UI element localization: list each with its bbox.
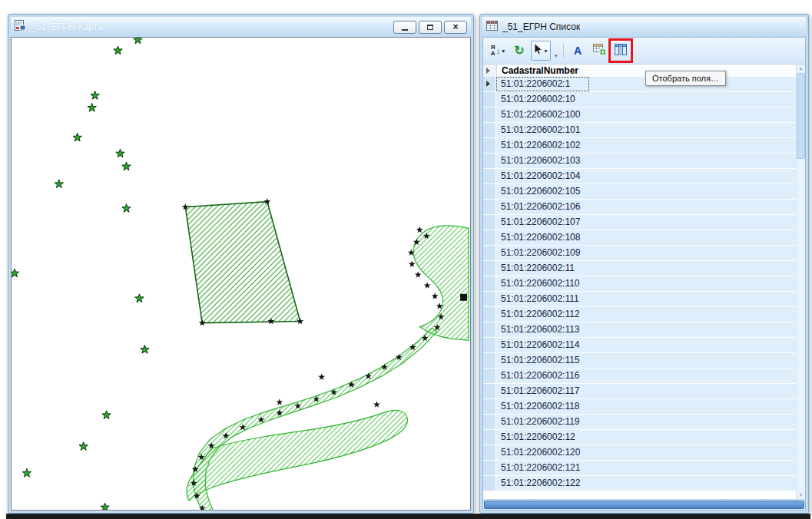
row-gutter[interactable]: [483, 92, 496, 107]
table-row[interactable]: 51:01:2206002:111: [483, 292, 805, 307]
select-all-gutter[interactable]: [483, 64, 497, 77]
column-header-cadastralnumber[interactable]: CadastralNumber: [497, 64, 578, 77]
scroll-up-icon[interactable]: ▲: [799, 64, 804, 72]
cadastral-number-cell[interactable]: 51:01:2206002:114: [496, 338, 589, 352]
table-row[interactable]: 51:01:2206002:105: [483, 184, 805, 200]
cadastral-number-cell[interactable]: 51:01:2206002:111: [496, 292, 589, 306]
table-row[interactable]: 51:01:2206002:118: [483, 399, 805, 415]
table-row[interactable]: 51:01:2206002:109: [483, 246, 805, 261]
cadastral-number-cell[interactable]: 51:01:2206002:116: [496, 369, 589, 383]
cadastral-number-cell[interactable]: 51:01:2206002:101: [496, 123, 589, 137]
cadastral-number-cell[interactable]: 51:01:2206002:10: [496, 92, 589, 107]
row-gutter[interactable]: [483, 123, 496, 137]
cadastral-number-cell[interactable]: 51:01:2206002:103: [496, 154, 589, 168]
table-row[interactable]: 51:01:2206002:115: [483, 353, 805, 369]
vscroll-thumb[interactable]: [797, 73, 805, 159]
cadastral-number-cell[interactable]: 51:01:2206002:1: [496, 77, 589, 91]
map-window-titlebar[interactable]: _51_ЕГРН Карта ×: [11, 17, 471, 37]
table-row[interactable]: 51:01:2206002:11: [483, 261, 805, 276]
table-row[interactable]: 51:01:2206002:12: [483, 430, 805, 445]
cadastral-number-cell[interactable]: 51:01:2206002:100: [496, 107, 589, 122]
row-gutter[interactable]: [483, 322, 496, 337]
table-row[interactable]: 51:01:2206002:100: [483, 107, 805, 123]
row-gutter[interactable]: [483, 445, 496, 460]
cadastral-number-cell[interactable]: 51:01:2206002:118: [496, 399, 589, 414]
row-gutter[interactable]: [483, 399, 496, 414]
table-row[interactable]: 51:01:2206002:108: [483, 230, 805, 246]
cadastral-number-cell[interactable]: 51:01:2206002:115: [496, 353, 589, 368]
row-gutter[interactable]: [483, 107, 496, 122]
table-row[interactable]: 51:01:2206002:120: [483, 445, 805, 461]
table-row[interactable]: 51:01:2206002:112: [483, 307, 805, 322]
row-gutter[interactable]: [483, 476, 496, 491]
table-row[interactable]: 51:01:2206002:103: [483, 154, 805, 169]
sort-filter-button[interactable]: Я A ↓ ▾: [488, 41, 508, 61]
row-gutter[interactable]: [483, 169, 496, 183]
cadastral-number-cell[interactable]: 51:01:2206002:122: [496, 476, 589, 491]
row-gutter[interactable]: [483, 276, 496, 291]
table-row[interactable]: 51:01:2206002:107: [483, 215, 805, 230]
select-fields-button[interactable]: [611, 41, 631, 61]
row-gutter[interactable]: [483, 384, 496, 398]
table-row[interactable]: 51:01:2206002:102: [483, 138, 805, 154]
table-row[interactable]: 51:01:2206002:110: [483, 276, 805, 292]
list-window-titlebar[interactable]: _51_ЕГРН Список: [482, 17, 806, 37]
font-button[interactable]: A: [568, 41, 588, 61]
cadastral-number-cell[interactable]: 51:01:2206002:113: [496, 322, 589, 337]
table-row[interactable]: 51:01:2206002:113: [483, 322, 805, 338]
row-gutter[interactable]: [483, 154, 496, 168]
row-gutter[interactable]: [483, 430, 496, 445]
table-row[interactable]: 51:01:2206002:104: [483, 169, 805, 184]
map-canvas[interactable]: [11, 37, 471, 511]
cadastral-number-cell[interactable]: 51:01:2206002:119: [496, 415, 589, 429]
table-row[interactable]: 51:01:2206002:119: [483, 415, 805, 430]
row-gutter[interactable]: [483, 292, 496, 306]
table-row[interactable]: 51:01:2206002:114: [483, 338, 805, 353]
table-row[interactable]: 51:01:2206002:121: [483, 461, 805, 476]
cadastral-number-cell[interactable]: 51:01:2206002:105: [496, 184, 589, 199]
cadastral-number-cell[interactable]: 51:01:2206002:120: [496, 445, 589, 460]
cadastral-number-cell[interactable]: 51:01:2206002:108: [496, 230, 589, 245]
vertical-scrollbar[interactable]: ▲ ▼: [796, 64, 805, 499]
row-gutter[interactable]: [483, 246, 496, 260]
row-gutter[interactable]: [483, 215, 496, 230]
cadastral-number-cell[interactable]: 51:01:2206002:121: [496, 461, 589, 475]
horizontal-scrollbar[interactable]: [483, 499, 805, 510]
table-row[interactable]: 51:01:2206002:116: [483, 369, 805, 384]
table-row[interactable]: 51:01:2206002:122: [483, 476, 805, 491]
cadastral-number-cell[interactable]: 51:01:2206002:107: [496, 215, 589, 230]
minimize-button[interactable]: [393, 21, 416, 34]
table-row[interactable]: 51:01:2206002:101: [483, 123, 805, 138]
table-row[interactable]: 51:01:2206002:117: [483, 384, 805, 399]
row-gutter[interactable]: [483, 307, 496, 322]
row-gutter[interactable]: [483, 461, 496, 475]
cadastral-number-cell[interactable]: 51:01:2206002:11: [496, 261, 589, 276]
hscroll-thumb[interactable]: [484, 501, 804, 509]
row-gutter[interactable]: [483, 353, 496, 368]
toolbar-overflow-button[interactable]: ▾: [552, 41, 559, 61]
row-gutter[interactable]: [483, 369, 496, 383]
cadastral-number-cell[interactable]: 51:01:2206002:110: [496, 276, 589, 291]
close-button[interactable]: ×: [444, 21, 467, 34]
row-gutter[interactable]: [483, 77, 496, 91]
row-gutter[interactable]: [483, 138, 496, 153]
table-row[interactable]: 51:01:2206002:1: [483, 77, 805, 92]
cadastral-number-cell[interactable]: 51:01:2206002:12: [496, 430, 589, 445]
row-gutter[interactable]: [483, 230, 496, 245]
table-row[interactable]: 51:01:2206002:106: [483, 200, 805, 215]
row-gutter[interactable]: [483, 338, 496, 352]
cadastral-number-cell[interactable]: 51:01:2206002:117: [496, 384, 589, 398]
scroll-down-icon[interactable]: ▼: [799, 491, 804, 499]
row-gutter[interactable]: [483, 200, 496, 214]
row-gutter[interactable]: [483, 184, 496, 199]
cadastral-number-cell[interactable]: 51:01:2206002:106: [496, 200, 589, 214]
cadastral-number-cell[interactable]: 51:01:2206002:104: [496, 169, 589, 183]
cadastral-number-cell[interactable]: 51:01:2206002:102: [496, 138, 589, 153]
row-gutter[interactable]: [483, 261, 496, 276]
maximize-button[interactable]: [419, 21, 442, 34]
select-tool-button[interactable]: ▾: [531, 41, 551, 61]
cadastral-number-cell[interactable]: 51:01:2206002:112: [496, 307, 589, 322]
cadastral-number-cell[interactable]: 51:01:2206002:109: [496, 246, 589, 260]
row-gutter[interactable]: [483, 415, 496, 429]
table-add-button[interactable]: [589, 41, 609, 61]
